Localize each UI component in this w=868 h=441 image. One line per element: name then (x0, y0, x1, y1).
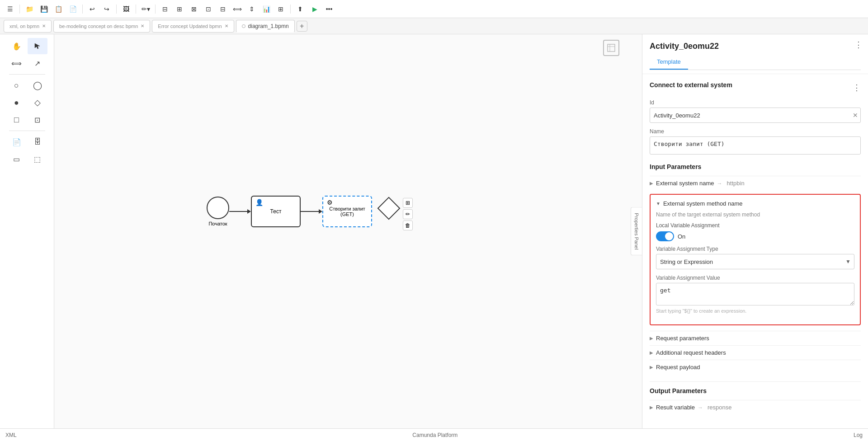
tab-xml-close[interactable]: ✕ (42, 23, 46, 28)
select-rect-tool[interactable]: ⬚ (28, 151, 47, 167)
connect-tool[interactable]: ↗ (28, 55, 47, 71)
arrow-2 (301, 209, 322, 214)
align-bl-button[interactable]: ⊡ (202, 3, 215, 15)
square-sub-tool[interactable]: ⊡ (28, 112, 47, 128)
task2-label: Створити запит (GET) (323, 206, 371, 217)
bpmn-task-1[interactable]: 👤 Тест (251, 196, 301, 227)
bpmn-diagram: Початок 👤 Тест ⚙ (207, 196, 372, 227)
name-input[interactable]: Створити запит (GET) (650, 136, 861, 155)
chart-button[interactable]: 📊 (260, 3, 273, 15)
play-button[interactable]: ▶ (308, 3, 321, 15)
var-type-field: Variable Assignment Type String or Expre… (656, 246, 854, 269)
circle-tool[interactable]: ○ (7, 77, 27, 94)
status-log[interactable]: Log (854, 432, 863, 438)
separator-5 (155, 5, 156, 14)
save-button[interactable]: 💾 (38, 3, 50, 15)
request-payload-row[interactable]: ▶ Request payload (650, 360, 861, 374)
arrow-1 (229, 209, 251, 214)
more-options-button[interactable]: ⋮ (854, 40, 863, 50)
sp-title: Activity_0eomu22 (650, 42, 861, 51)
image-button[interactable]: 🖼 (120, 3, 132, 15)
diamond-tool[interactable]: ◇ (28, 94, 47, 111)
tab-error-close[interactable]: ✕ (225, 23, 228, 28)
sp-header: Activity_0eomu22 ⋮ Template (642, 34, 868, 74)
rect-tool[interactable]: ▭ (7, 151, 27, 167)
arrow-separator: → (717, 180, 722, 187)
name-label: Name (650, 128, 861, 135)
result-variable-row[interactable]: ▶ Result variable → response (650, 400, 861, 414)
square-tool[interactable]: □ (7, 112, 27, 128)
task-action-3[interactable]: 🗑 (403, 220, 413, 230)
input-params-section: Input Parameters ▶ External system name … (650, 163, 861, 374)
upload-button[interactable]: ⬆ (294, 3, 307, 15)
more-dropdown-button[interactable]: ••• (323, 3, 335, 15)
export-button[interactable]: 📄 (66, 3, 79, 15)
external-system-name-row[interactable]: ▶ External system name → httpbin (650, 176, 861, 190)
grid-button[interactable]: ⊞ (274, 3, 287, 15)
circle-fill-tool[interactable]: ● (7, 94, 27, 111)
tab-diagram-dot (242, 24, 245, 28)
db-tool[interactable]: 🗄 (28, 134, 47, 150)
doc-tool[interactable]: 📄 (7, 134, 27, 150)
name-field: Name Створити запит (GET) (650, 128, 861, 156)
result-arrow-separator: → (698, 404, 703, 411)
id-field: Id ✕ (650, 99, 861, 123)
tab-diagram[interactable]: diagram_1.bpmn (236, 20, 295, 33)
id-clear-icon[interactable]: ✕ (853, 112, 858, 119)
tab-xml[interactable]: xml, on bpmn ✕ (4, 20, 52, 33)
task-action-2[interactable]: ✏ (403, 209, 413, 219)
external-system-name-label: External system name (656, 180, 714, 187)
lt-sep-1 (9, 74, 45, 75)
external-system-name-arrow: ▶ (650, 181, 653, 186)
align-tr-button[interactable]: ⊠ (188, 3, 200, 15)
align-tc-button[interactable]: ⊞ (173, 3, 186, 15)
align-tl-button[interactable]: ⊟ (159, 3, 171, 15)
tab-modeling-close[interactable]: ✕ (141, 23, 144, 28)
canvas[interactable]: Початок 👤 Тест ⚙ (54, 34, 642, 428)
var-value-input[interactable]: get (656, 283, 854, 305)
undo-button[interactable]: ↩ (86, 3, 99, 15)
result-variable-label: Result variable (656, 404, 695, 411)
id-input[interactable] (650, 108, 861, 123)
separator-2 (82, 5, 83, 14)
distribute-h-button[interactable]: ⟺ (231, 3, 244, 15)
request-params-arrow: ▶ (650, 336, 653, 341)
align-bc-button[interactable]: ⊟ (217, 3, 229, 15)
tab-xml-label: xml, on bpmn (9, 23, 39, 29)
request-params-row[interactable]: ▶ Request parameters (650, 331, 861, 345)
menu-button[interactable]: ☰ (4, 3, 16, 15)
bpmn-task-2[interactable]: ⚙ Створити запит (GET) (322, 196, 372, 227)
section-more-button[interactable]: ⋮ (853, 83, 861, 93)
tab-modeling[interactable]: be-modeling concept on desc bpmn ✕ (53, 20, 150, 33)
task-action-1[interactable]: ⊞ (403, 198, 413, 208)
var-type-label: Variable Assignment Type (656, 246, 854, 252)
save-as-button[interactable]: 📋 (52, 3, 65, 15)
var-value-label: Variable Assignment Value (656, 275, 854, 281)
status-platform: Camunda Platform (412, 432, 458, 438)
distribute-v-button[interactable]: ⇕ (245, 3, 258, 15)
select-tool[interactable] (28, 38, 47, 54)
additional-headers-row[interactable]: ▶ Additional request headers (650, 345, 861, 360)
expanded-arrow-icon: ▼ (656, 201, 660, 206)
separator-3 (116, 5, 117, 14)
tab-template[interactable]: Template (650, 55, 688, 70)
edit-dropdown-button[interactable]: ✏▾ (139, 3, 152, 15)
var-type-select[interactable]: String or Expression Expression List Map (656, 254, 854, 269)
bpmn-start-event[interactable] (207, 197, 229, 219)
add-tab-button[interactable]: + (297, 21, 307, 32)
sp-tabs: Template (650, 55, 861, 70)
circle-thick-tool[interactable]: ◯ (28, 77, 47, 94)
hand-tool[interactable]: ✋ (7, 38, 27, 54)
status-xml[interactable]: XML (5, 432, 17, 438)
open-button[interactable]: 📁 (23, 3, 36, 15)
side-panel: Activity_0eomu22 ⋮ Template Connect to e… (642, 34, 868, 428)
var-value-field: Variable Assignment Value get Start typi… (656, 275, 854, 314)
pan-tool[interactable]: ⟺ (7, 55, 27, 71)
expanded-header[interactable]: ▼ External system method name (656, 200, 854, 207)
separator-6 (290, 5, 291, 14)
tab-error[interactable]: Error concept Updated bpmn ✕ (152, 20, 234, 33)
local-var-toggle[interactable] (656, 231, 674, 241)
var-value-hint: Start typing "${}" to create an expressi… (656, 308, 854, 314)
properties-panel-tab[interactable]: Properties Panel (631, 207, 642, 255)
redo-button[interactable]: ↪ (100, 3, 113, 15)
